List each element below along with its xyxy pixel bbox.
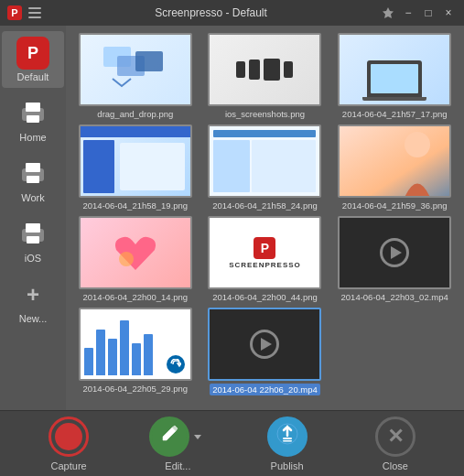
minimize-button[interactable]: − [400, 5, 416, 21]
thumbnail-label: 2014-06-04 22h06_20.mp4 [210, 384, 320, 395]
svg-rect-17 [340, 126, 451, 198]
thumbnail-label: 2014-06-04_22h00_44.png [212, 292, 318, 302]
list-item[interactable]: 2014-06-04_21h58_24.png [203, 124, 328, 211]
sidebar-ios-label: iOS [25, 253, 41, 264]
thumbnail-label: 2014-06-04_22h00_14.png [83, 292, 189, 302]
list-item[interactable]: 2014-06-04_22h05_29.png [73, 308, 198, 395]
close-label: Close [383, 460, 408, 471]
pin-button[interactable] [380, 5, 396, 21]
list-item[interactable]: 2014-06-04 22h06_20.mp4 [203, 308, 328, 395]
sidebar-item-default[interactable]: P Default [2, 31, 64, 88]
thumbnail-label: 2014-06-04_21h57_17.png [342, 109, 448, 119]
thumbnail-label: 2014-06-04_22h03_02.mp4 [341, 292, 448, 302]
sidebar-default-label: Default [17, 71, 49, 82]
list-item[interactable]: 2014-06-04_22h00_14.png [73, 216, 198, 302]
thumbnail-label: 2014-06-04_22h05_29.png [83, 384, 189, 394]
thumbnail-image [79, 124, 192, 198]
list-item[interactable]: 2014-06-04_22h03_02.mp4 [332, 216, 457, 302]
toolbar: Capture Edit... [0, 410, 464, 476]
svg-rect-22 [283, 438, 292, 439]
app-icon: P [7, 5, 22, 20]
thumbnails-grid: drag_and_drop.png ios_screenshots.png [73, 33, 457, 395]
svg-marker-20 [194, 435, 201, 439]
svg-point-19 [119, 252, 134, 266]
close-toolbar-button[interactable]: ✕ Close [368, 416, 423, 471]
list-item[interactable]: ios_screenshots.png [203, 33, 328, 119]
thumbnail-label: 2014-06-04_21h59_36.png [342, 200, 448, 211]
thumbnail-image [79, 216, 192, 289]
list-item[interactable]: 2014-06-04_21h57_17.png [332, 33, 457, 119]
capture-icon [49, 416, 89, 457]
title-bar-controls: − □ × [380, 5, 457, 21]
svg-point-18 [405, 132, 430, 157]
sidebar-item-home[interactable]: Home [2, 92, 64, 148]
capture-label: Capture [51, 460, 87, 471]
list-item[interactable]: 2014-06-04_21h59_36.png [332, 124, 457, 211]
main-area: P Default Home Work [0, 26, 464, 410]
capture-button[interactable]: Capture [41, 416, 96, 471]
thumbnail-image [208, 308, 321, 381]
svg-rect-7 [27, 115, 39, 123]
svg-rect-13 [27, 236, 39, 243]
thumbnail-image [208, 33, 321, 106]
thumbnail-image [208, 124, 321, 198]
close-button[interactable]: × [440, 5, 457, 21]
thumbnail-image [338, 33, 451, 106]
edit-dropdown-arrow[interactable] [189, 416, 206, 457]
publish-icon [267, 416, 308, 457]
thumbnail-image [338, 124, 451, 198]
edit-button-group: Edit... [149, 416, 206, 471]
edit-icon [149, 416, 189, 457]
svg-rect-23 [283, 440, 292, 442]
svg-rect-16 [135, 51, 163, 71]
play-button-icon [250, 330, 279, 359]
ios-printer-icon [16, 218, 49, 251]
home-printer-icon [16, 97, 49, 130]
sidebar-item-new[interactable]: + New... [2, 273, 64, 330]
close-icon: ✕ [375, 416, 415, 457]
work-printer-icon [16, 157, 49, 190]
list-item[interactable]: P SCREENPRESSO 2014-06-04_22h00_44.png [203, 216, 328, 302]
new-plus-icon: + [16, 278, 49, 311]
default-icon: P [16, 37, 49, 70]
svg-rect-2 [28, 7, 41, 9]
sidebar-item-work[interactable]: Work [2, 152, 64, 209]
thumbnail-image [338, 216, 451, 289]
thumbnail-image: P SCREENPRESSO [208, 216, 321, 289]
title-bar: P Screenpresso - Default − □ × [0, 0, 464, 26]
window-title: Screenpresso - Default [42, 6, 380, 19]
thumbnail-image [79, 33, 192, 106]
svg-text:P: P [11, 7, 17, 18]
svg-rect-10 [27, 176, 39, 183]
publish-label: Publish [271, 460, 304, 471]
thumbnail-label: 2014-06-04_21h58_24.png [212, 200, 318, 211]
svg-rect-9 [26, 163, 40, 172]
play-button-icon [380, 238, 409, 267]
svg-rect-4 [28, 16, 41, 18]
sidebar-home-label: Home [19, 132, 46, 143]
content-area: drag_and_drop.png ios_screenshots.png [66, 26, 464, 410]
edit-label: Edit... [165, 460, 190, 471]
maximize-button[interactable]: □ [420, 5, 437, 21]
menu-icon[interactable] [27, 5, 42, 20]
sidebar-new-label: New... [19, 313, 48, 324]
sidebar: P Default Home Work [0, 26, 66, 410]
title-bar-left-icons: P [7, 5, 42, 20]
thumbnail-label: ios_screenshots.png [225, 109, 305, 119]
svg-rect-12 [26, 223, 40, 233]
thumbnail-image [79, 308, 192, 381]
thumbnail-label: drag_and_drop.png [97, 109, 173, 119]
sidebar-item-ios[interactable]: iOS [2, 212, 64, 269]
thumbnail-label: 2014-06-04_21h58_19.png [83, 200, 189, 211]
edit-group [149, 416, 206, 457]
sidebar-work-label: Work [21, 192, 44, 203]
svg-rect-3 [28, 12, 41, 14]
list-item[interactable]: drag_and_drop.png [73, 33, 198, 119]
publish-button[interactable]: Publish [260, 416, 315, 471]
edit-button[interactable] [149, 416, 189, 457]
list-item[interactable]: 2014-06-04_21h58_19.png [73, 124, 198, 211]
svg-rect-6 [26, 103, 40, 112]
